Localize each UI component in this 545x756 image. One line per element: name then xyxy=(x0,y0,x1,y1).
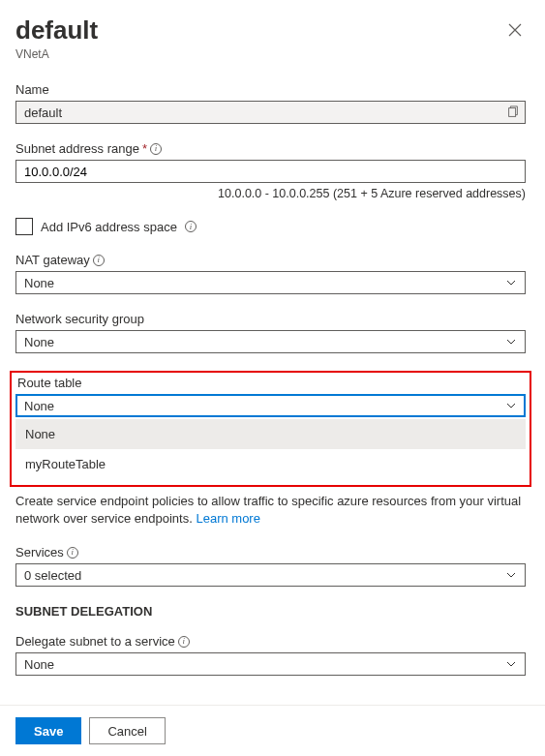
name-input[interactable] xyxy=(15,101,526,124)
info-icon[interactable]: i xyxy=(178,636,190,648)
chevron-down-icon xyxy=(505,658,517,670)
delegate-value: None xyxy=(24,657,54,672)
chevron-down-icon xyxy=(505,569,517,581)
delegate-select[interactable]: None xyxy=(15,652,526,676)
subnet-delegation-header: SUBNET DELEGATION xyxy=(15,604,526,619)
close-icon xyxy=(508,23,522,37)
endpoint-description: Create service endpoint policies to allo… xyxy=(15,493,526,528)
nat-gateway-value: None xyxy=(24,276,54,290)
route-table-select[interactable]: None xyxy=(15,394,526,417)
route-table-option-myroutetable[interactable]: myRouteTable xyxy=(15,449,526,479)
page-subtitle: VNetA xyxy=(15,47,526,61)
route-table-highlight: Route table None None myRouteTable xyxy=(10,371,531,487)
nsg-label: Network security group xyxy=(15,312,526,326)
services-select[interactable]: 0 selected xyxy=(15,563,526,587)
name-label: Name xyxy=(15,82,526,97)
close-button[interactable] xyxy=(504,19,526,44)
route-table-value: None xyxy=(24,399,54,413)
chevron-down-icon xyxy=(505,400,517,411)
address-range-label: Subnet address range xyxy=(15,141,139,156)
info-icon[interactable]: i xyxy=(93,255,105,266)
learn-more-link[interactable]: Learn more xyxy=(196,511,259,526)
chevron-down-icon xyxy=(505,277,517,288)
ipv6-checkbox[interactable] xyxy=(15,218,33,235)
info-icon[interactable]: i xyxy=(150,143,162,155)
services-value: 0 selected xyxy=(24,568,81,583)
route-table-dropdown: None myRouteTable xyxy=(15,419,526,479)
info-icon[interactable]: i xyxy=(67,547,78,559)
info-icon[interactable]: i xyxy=(185,221,197,232)
route-table-label: Route table xyxy=(15,376,526,390)
delegate-label: Delegate subnet to a service xyxy=(15,634,175,649)
svg-rect-0 xyxy=(509,108,516,117)
address-range-input[interactable] xyxy=(15,160,526,183)
ipv6-label: Add IPv6 address space xyxy=(41,220,177,234)
chevron-down-icon xyxy=(505,336,517,348)
footer: Save Cancel xyxy=(0,705,545,756)
page-title: default xyxy=(15,15,98,45)
nsg-value: None xyxy=(24,335,54,349)
required-indicator: * xyxy=(142,141,147,156)
address-range-help: 10.0.0.0 - 10.0.0.255 (251 + 5 Azure res… xyxy=(15,187,526,200)
nsg-select[interactable]: None xyxy=(15,330,526,353)
services-label: Services xyxy=(15,545,64,559)
nat-gateway-select[interactable]: None xyxy=(15,271,526,294)
nat-gateway-label: NAT gateway xyxy=(15,253,90,267)
route-table-option-none[interactable]: None xyxy=(15,419,526,449)
cancel-button[interactable]: Cancel xyxy=(89,717,165,744)
copy-icon[interactable] xyxy=(506,106,520,119)
save-button[interactable]: Save xyxy=(15,717,81,744)
